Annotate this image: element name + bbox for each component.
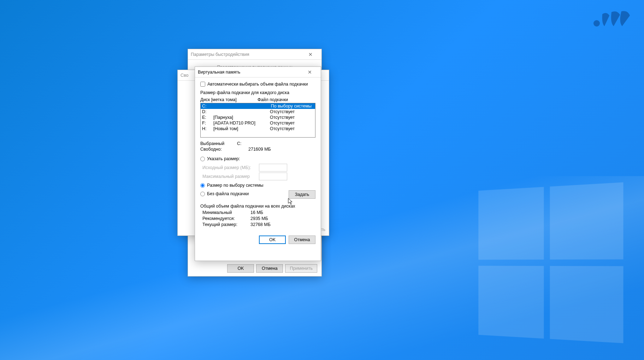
total-group-label: Общий объем файла подкачки на всех диска… (200, 204, 315, 209)
disk-row[interactable]: E:[Парнуха]Отсутствует (201, 115, 315, 120)
min-value: 16 МБ (250, 210, 263, 215)
disk-pagefile: Отсутствует (270, 115, 314, 120)
disk-label: [Новый том] (213, 126, 270, 132)
disk-drive: E: (202, 115, 213, 120)
radio-custom-input[interactable] (200, 157, 205, 161)
max-size-label: Максимальный размер (202, 174, 259, 179)
radio-custom-size[interactable]: Указать размер: (200, 155, 315, 162)
selected-drive-value: C: (237, 141, 242, 146)
initial-size-input (259, 164, 287, 172)
window-title: Виртуальная память (198, 70, 302, 75)
cur-label: Текущий размер: (202, 222, 250, 227)
radio-system-managed[interactable]: Размер по выбору системы (200, 182, 315, 189)
disk-label (213, 103, 270, 109)
radio-system-label: Размер по выбору системы (207, 183, 264, 188)
disk-list-header: Диск [метка тома] Файл подкачки (200, 97, 315, 103)
disk-list[interactable]: C:По выбору системыD:ОтсутствуетE:[Парну… (200, 103, 315, 138)
apply-button: Применить (285, 264, 317, 273)
col-file: Файл подкачки (258, 97, 315, 102)
min-label: Минимальный (202, 210, 250, 215)
disk-drive: C: (202, 103, 213, 109)
windows-logo-icon (478, 182, 623, 343)
initial-size-label: Исходный размер (МБ): (202, 165, 259, 170)
disk-drive: H: (202, 126, 213, 132)
free-space-label: Свободно: (200, 147, 248, 152)
disk-label: [ADATA HD710 PRO] (213, 120, 270, 126)
radio-none-input[interactable] (200, 192, 205, 196)
auto-manage-checkbox[interactable]: Автоматически выбирать объем файла подка… (200, 82, 315, 87)
button-fragment: ть (321, 227, 325, 232)
close-icon[interactable]: ✕ (302, 49, 319, 60)
svg-point-0 (593, 20, 600, 27)
close-icon[interactable]: ✕ (302, 67, 318, 77)
cur-value: 32768 МБ (250, 222, 271, 227)
disk-pagefile: Отсутствует (270, 120, 314, 126)
disk-pagefile: Отсутствует (270, 109, 314, 115)
max-size-input (259, 173, 287, 180)
pagefile-group-label: Размер файла подкачки для каждого диска (200, 90, 315, 95)
free-space-value: 271609 МБ (248, 147, 271, 152)
disk-pagefile: По выбору системы (270, 103, 314, 109)
watermark-logo (592, 10, 631, 31)
radio-none-label: Без файла подкачки (207, 191, 249, 196)
disk-drive: F: (202, 120, 213, 126)
disk-drive: D: (202, 109, 213, 115)
radio-custom-label: Указать размер: (207, 156, 240, 161)
titlebar[interactable]: Параметры быстродействия ✕ (188, 49, 321, 60)
cancel-button[interactable]: Отмена (289, 236, 315, 244)
rec-label: Рекомендуется: (202, 216, 250, 221)
disk-row[interactable]: H:[Новый том]Отсутствует (201, 126, 315, 132)
col-disk: Диск [метка тома] (200, 97, 258, 102)
disk-row[interactable]: F:[ADATA HD710 PRO]Отсутствует (201, 120, 315, 126)
rec-value: 2935 МБ (250, 216, 268, 221)
radio-system-input[interactable] (200, 183, 205, 188)
cancel-button[interactable]: Отмена (256, 264, 283, 273)
window-title: Параметры быстродействия (191, 52, 302, 57)
auto-manage-label: Автоматически выбирать объем файла подка… (207, 82, 308, 87)
disk-label: [Парнуха] (213, 115, 270, 120)
ok-button[interactable]: OK (259, 236, 286, 244)
disk-row[interactable]: D:Отсутствует (201, 109, 315, 115)
disk-pagefile: Отсутствует (270, 126, 314, 132)
auto-manage-input[interactable] (200, 82, 205, 87)
disk-label (213, 109, 270, 115)
disk-row[interactable]: C:По выбору системы (201, 103, 315, 109)
virtual-memory-window: Виртуальная память ✕ Автоматически выбир… (195, 66, 321, 261)
titlebar[interactable]: Виртуальная память ✕ (195, 67, 321, 77)
ok-button[interactable]: OK (227, 264, 254, 273)
selected-drive-label: Выбранный (200, 141, 237, 146)
set-button[interactable]: Задать (289, 190, 315, 199)
